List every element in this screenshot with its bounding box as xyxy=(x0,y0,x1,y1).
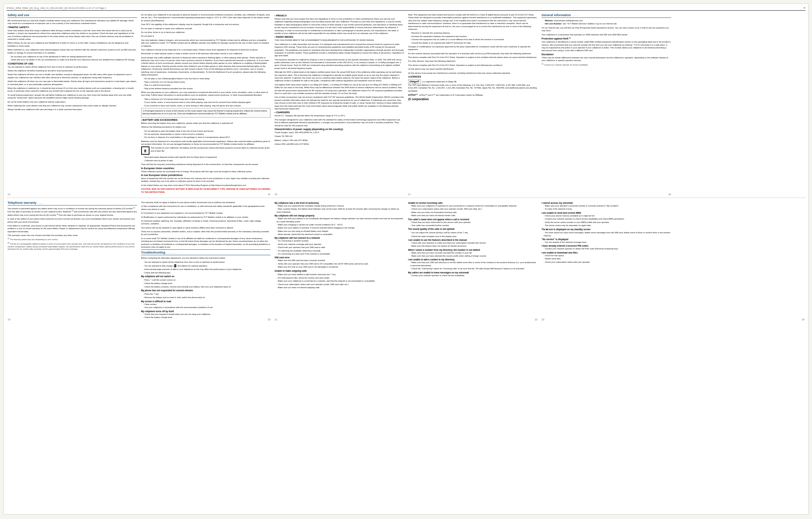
precaution2: Take a minimum of a 15-minute break hour… xyxy=(143,81,271,83)
ts-cav1: Make sure your operator's voicemail numb… xyxy=(544,204,671,207)
battery-item1: Do not attempt to open the battery (due … xyxy=(143,130,271,132)
ts-o2: For international calls, check the count… xyxy=(277,276,404,279)
ts-not-resp-list: Press the ↑ key Remove the battery and r… xyxy=(141,292,271,299)
ts-switch-list: Press ↑ until the screen comes on Check … xyxy=(141,278,271,288)
ts-outgoing-list: Make sure you have dialled a valid numbe… xyxy=(275,272,404,289)
ts-charge-list: Make sure that your battery is not compl… xyxy=(275,217,404,236)
ts-sim-list: Make sure the SIM card has been correctl… xyxy=(275,259,404,268)
ts-cav-list: Make sure your operator's voicemail numb… xyxy=(542,204,671,211)
ts-o5: Make sure you have not barred outgoing c… xyxy=(277,286,404,289)
ts-item1: You are advised to switch off the teleph… xyxy=(143,261,271,263)
ts-vm1: Contact your network operator to check s… xyxy=(410,274,538,277)
website-item: Website: www.alcatel-mobilephones.com xyxy=(544,19,671,22)
ts-c5: When abroad, check that the electrical c… xyxy=(277,233,404,236)
chargers-heading: • CHARGERS xyxy=(275,111,404,114)
ts-dl3: Check your subscription status with your… xyxy=(544,261,671,263)
ts-not-responded: My phone has not responded for several m… xyxy=(141,289,271,292)
divider xyxy=(141,249,271,250)
page-num-24: 24 xyxy=(802,318,804,321)
ts-pin-list: Contact your network operator to obtain … xyxy=(542,247,671,250)
ts-b1: Make sure you respected the complete cha… xyxy=(277,204,404,207)
ts-screen-difficult: My screen is difficult to read xyxy=(141,300,271,303)
game-text: When you play games on your cellphone, y… xyxy=(141,91,271,97)
section-placeholder xyxy=(674,12,806,196)
fcc-other2: This device complies with Part 15 of the… xyxy=(408,64,538,67)
ts-nd2: Make sure that you have selected the cou… xyxy=(410,255,538,257)
top-content-grid: Safety and use ............. We recommen… xyxy=(7,12,805,196)
ts-add-contact: I am unable to add a contact in my direc… xyxy=(408,258,538,261)
hearing-text: ⚠ Prolonged exposure to music at full vo… xyxy=(143,109,269,115)
ts-o1: Make sure you have dialled a valid numbe… xyxy=(277,272,404,276)
traffic-safety-heading: •TRAFFIC SAFETY: xyxy=(8,26,137,28)
ts-f2: Make sure this feature does not require … xyxy=(410,245,538,247)
conditions-text9: Always handle your cellphone with care a… xyxy=(8,108,137,111)
battery-observe: Observe the following precautions for ba… xyxy=(141,126,271,128)
ts-c2: Make sure charging is carried out under … xyxy=(277,223,404,226)
non-eu-text: Items of equipment with this symbol are … xyxy=(141,177,271,183)
precaution3: Play in a well lit environment. xyxy=(143,84,271,86)
safety-title: Safety and use ............. xyxy=(8,13,137,18)
disclaimer-text: There may be certain differences between… xyxy=(542,56,671,62)
ts-n4: Try selecting the available network(s) m… xyxy=(277,249,404,252)
privacy-heading: • PRIVACY: xyxy=(275,14,404,17)
disclaimer-heading: Disclaimer xyxy=(542,53,671,56)
game-list: Take a minimum of a 15-minute break ever… xyxy=(141,98,271,107)
ts-st1: You have saved too many short messages; … xyxy=(544,231,671,237)
conditions-text5: When the cellphone is switched on, it sh… xyxy=(8,87,137,93)
game-item3: If you continue to have sore hands, wris… xyxy=(143,104,271,107)
conditions-text8: When replacing the cover please note tha… xyxy=(8,104,137,107)
ts-no-charge: My cellphone will not charge properly xyxy=(275,214,404,217)
section-licenses: Note: This equipment has been tested and… xyxy=(407,12,539,196)
header-page: ⊕ xyxy=(803,7,805,9)
driving-list: do not place your cellphone on top of th… xyxy=(8,55,137,61)
general-info-title: General information ........... xyxy=(542,13,671,18)
e2text-row: e2Text™ e2Text™ and Z™ are trademarks of… xyxy=(408,94,538,96)
e2text-desc: e2Text™ and Z™ are trademarks of Zi Corp… xyxy=(419,94,483,96)
battery-spec: Battery: Lithium 700 mAh (OT-305A) xyxy=(275,139,404,142)
ts-cn1: Check that you have subscribed to this s… xyxy=(410,221,538,224)
ts-n2: Verify your network coverage with your o… xyxy=(277,243,404,246)
ts-n1: Try connecting in another location xyxy=(277,239,404,242)
bottom-content-grid: Telephone warranty ........... Your phon… xyxy=(7,198,805,321)
ts-c3: Make sure your battery is inserted. It m… xyxy=(277,226,404,229)
ts-s2: Check the battery charge level xyxy=(143,282,271,285)
fcc-m2: Increase the separation between the equi… xyxy=(410,35,538,38)
ts-features: I am unable to use the features describe… xyxy=(408,239,538,241)
ts-mms-list: Check your phone memory available as it … xyxy=(542,214,671,227)
ts-incoming-list: Make sure your cellphone is switched on … xyxy=(408,204,538,217)
page-num-13: 13 xyxy=(8,193,10,196)
page-num-18: 18 xyxy=(668,193,671,196)
battery-spec2: Lithium 650 mAh/500 mAh (OT-305A) xyxy=(275,143,404,145)
eu-heading: In European Union countries: xyxy=(141,167,271,169)
driving-text: When driving, do not use your cellphone … xyxy=(8,42,137,47)
obigo-logo: Obigo® xyxy=(408,79,421,84)
ts-item2: You are advised to fully charge ( ▓ ) th… xyxy=(143,264,271,268)
ts-b2: After a partial charge, the battery leve… xyxy=(277,208,404,213)
ts-turns-off: My cellphone turns off by itself xyxy=(141,310,271,312)
ts-number-not-dialled: When I select a number from my directory… xyxy=(408,249,538,251)
ts-screen-list: Clean screen Use your cellphone in accor… xyxy=(141,303,271,309)
ts-download: I am unable to download new files xyxy=(542,251,671,254)
battery-intro: Before removing the battery from your ce… xyxy=(141,122,271,125)
collection-item1: Municipal waste disposal centers with sp… xyxy=(143,156,271,158)
footnote1: (1) Contact your network operator for se… xyxy=(542,63,671,67)
weather-text2: Over 55°C the legibility of the cellphon… xyxy=(141,23,271,26)
conditions-heading: •CONDITIONS OF USE: xyxy=(8,62,137,65)
obigo-text: is a registered trademark of Obigo AB. xyxy=(422,81,457,83)
ts-network-list: Try connecting in another location Verif… xyxy=(275,239,404,255)
ts-standby-icon: The ■ icon is displayed on my standby sc… xyxy=(542,228,671,231)
hotline-item: Hot Line Number: see "TCT Mobile Service… xyxy=(544,22,671,25)
troubleshoot-list: You are advised to switch off the teleph… xyxy=(141,261,271,274)
safety-precautions: Do not play or use a flashing-lights fea… xyxy=(141,77,271,90)
ts-cn2: Your caller has concealed his/her number xyxy=(410,224,538,227)
page-header: IP2814_305A_508A_QG_Eng_USA_01_091124:30… xyxy=(7,7,805,11)
travel-charger: Travel charger: Input: 100-240V,50/60 Hz… xyxy=(275,131,404,134)
warranty-2: 2) Connection to any equipment not suppl… xyxy=(141,212,271,214)
logo-row: Obigo® is a registered trademark of Obig… xyxy=(408,79,538,84)
no-liability: In no event shall TCT Mobile Limited or … xyxy=(141,237,271,249)
page-num-14: 14 xyxy=(268,193,270,196)
ts-send-receive-mms: I am unable to send and receive MMS xyxy=(542,212,671,214)
section-general-info: General information ........... Website:… xyxy=(541,12,672,196)
conditions-text7: Do not let small children use your cellp… xyxy=(8,101,137,103)
ts-pin1: Contact your network operator to obtain … xyxy=(544,247,671,250)
